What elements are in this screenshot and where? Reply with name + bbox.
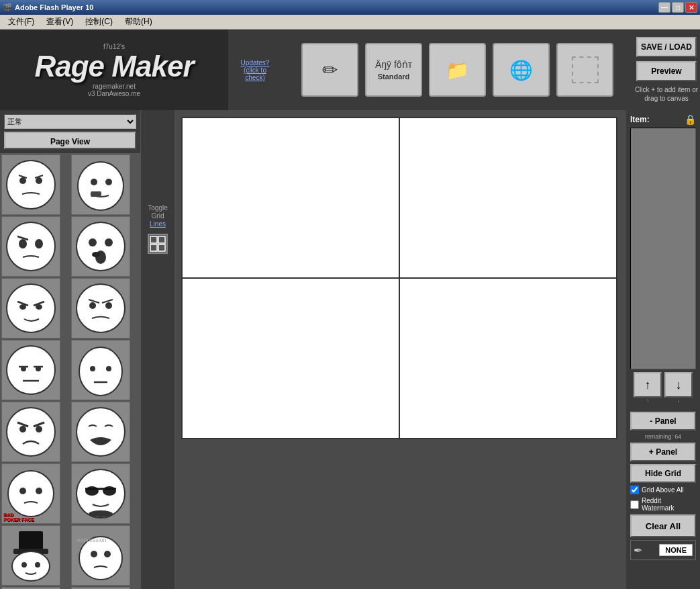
save-load-button[interactable]: SAVE / LOAD [636, 37, 697, 57]
text-icon: Äŋÿ fôṅт [375, 59, 412, 70]
svg-rect-69 [150, 236, 157, 243]
updates-section: Updates? (click to check) [228, 30, 282, 110]
title-bar-right: — □ ✕ [658, 2, 697, 13]
reddit-watermark-row: Reddit Watermark [630, 497, 696, 512]
svg-rect-8 [91, 191, 101, 197]
sprite-cell-14[interactable]: expression [71, 525, 130, 586]
comic-panel-4[interactable] [399, 278, 617, 439]
plus-panel-button[interactable]: + Panel [630, 443, 696, 461]
menu-file[interactable]: 文件(F) [3, 15, 40, 29]
menu-help[interactable]: 帮助(H) [119, 15, 158, 29]
sprite-cell-12[interactable] [71, 463, 130, 524]
title-bar-left: 🎬 Adobe Flash Player 10 [3, 3, 93, 12]
sprite-cell-4[interactable] [71, 216, 130, 277]
menu-view[interactable]: 查看(V) [41, 15, 79, 29]
svg-point-1 [19, 177, 26, 184]
item-label: Item: [630, 115, 650, 124]
selection-tool-button[interactable] [556, 43, 613, 97]
svg-point-48 [85, 486, 99, 496]
logo-title: Rage Maker [34, 52, 193, 81]
sprite-cell-9[interactable] [1, 402, 60, 462]
none-button[interactable]: NONE [659, 544, 693, 556]
globe-tool-button[interactable]: 🌐 [493, 43, 550, 97]
grid-icon-svg [150, 236, 166, 252]
hide-grid-button[interactable]: Hide Grid [630, 464, 696, 483]
face-svg-7 [4, 343, 58, 397]
pencil-icon: ✏ [322, 59, 338, 81]
logo-maker: Maker [111, 50, 193, 83]
folder-tool-button[interactable]: 📁 [429, 43, 486, 97]
comic-panel-2[interactable] [399, 118, 617, 278]
toggle-grid-panel[interactable]: ToggleGrid Lines [141, 110, 174, 589]
updates-link[interactable]: Updates? (click to check) [241, 59, 270, 81]
svg-point-38 [7, 408, 55, 456]
left-sidebar: 正常 Page View [0, 110, 141, 589]
hint-text: Click + to add item or drag to canvas [633, 85, 700, 103]
selection-icon [572, 56, 599, 83]
mode-select[interactable]: 正常 [4, 114, 136, 129]
svg-point-43 [77, 408, 125, 456]
svg-rect-70 [158, 236, 165, 243]
svg-point-35 [90, 366, 95, 371]
minimize-button[interactable]: — [658, 2, 670, 13]
sprite-cell-11[interactable]: BADPOKER FACE [1, 463, 60, 524]
sprite-cell-7[interactable] [1, 340, 60, 400]
svg-point-6 [91, 179, 97, 185]
title-bar: 🎬 Adobe Flash Player 10 — □ ✕ [0, 0, 700, 15]
svg-point-27 [105, 302, 112, 309]
sprite-cell-2[interactable] [71, 154, 130, 215]
svg-point-23 [77, 284, 125, 332]
svg-point-5 [78, 162, 123, 210]
toggle-lines-label: Lines [150, 220, 166, 228]
reddit-watermark-label: Reddit Watermark [642, 497, 674, 512]
grid-above-all-label: Grid Above All [642, 486, 684, 494]
move-up-button[interactable]: ↑ [634, 372, 662, 398]
grid-size-icon[interactable] [148, 234, 168, 254]
maximize-button[interactable]: □ [672, 2, 684, 13]
sprite-cell-10[interactable] [71, 402, 130, 462]
svg-point-0 [7, 161, 55, 209]
svg-point-54 [12, 551, 50, 581]
face-svg-10 [74, 405, 128, 459]
draw-tool-button[interactable]: ✏ [301, 43, 358, 97]
logo-section: f7u12's Rage Maker ragemaker.net v3 DanA… [0, 30, 228, 110]
clear-all-button[interactable]: Clear All [630, 514, 696, 537]
svg-point-11 [35, 239, 43, 248]
app-container: f7u12's Rage Maker ragemaker.net v3 DanA… [0, 30, 700, 589]
preview-button[interactable]: Preview [636, 61, 697, 81]
page-view-button[interactable]: Page View [4, 132, 136, 149]
sprite-cell-8[interactable] [71, 340, 130, 400]
sprite-cell-6[interactable] [71, 278, 130, 338]
svg-point-51 [89, 510, 113, 517]
eyedropper-icon[interactable]: ✒ [634, 544, 642, 557]
face-svg-12 [74, 467, 128, 520]
face-svg-3 [4, 220, 58, 273]
globe-icon: 🌐 [509, 59, 533, 81]
comic-panel-3[interactable] [182, 278, 399, 439]
minus-panel-button[interactable]: - Panel [630, 412, 696, 431]
face-bad-poker-label: BADPOKER FACE [3, 512, 34, 522]
sprite-cell-1[interactable] [1, 154, 60, 215]
svg-point-58 [91, 551, 97, 557]
menu-bar: 文件(F) 查看(V) 控制(C) 帮助(H) [0, 15, 700, 30]
sprite-cell-5[interactable] [1, 278, 60, 338]
close-button[interactable]: ✕ [685, 2, 697, 13]
logo-version: v3 DanAweso.me [88, 90, 140, 97]
sprite-cell-3[interactable] [1, 216, 60, 277]
lock-icon[interactable]: 🔒 [685, 114, 696, 125]
reddit-watermark-checkbox[interactable] [630, 500, 639, 509]
canvas-area[interactable] [174, 110, 626, 589]
face-svg-1 [4, 158, 58, 212]
svg-text:expression: expression [77, 537, 107, 543]
svg-point-10 [19, 239, 27, 248]
menu-control[interactable]: 控制(C) [80, 15, 118, 29]
toolbar-section: ✏ Äŋÿ fôṅт Standard 📁 🌐 [282, 30, 633, 110]
text-tool-button[interactable]: Äŋÿ fôṅт Standard [365, 43, 422, 97]
svg-point-36 [106, 366, 111, 371]
sprite-cell-13[interactable] [1, 525, 60, 586]
svg-rect-72 [158, 244, 165, 251]
move-down-button[interactable]: ↓ [664, 372, 693, 398]
grid-above-all-checkbox[interactable] [630, 486, 639, 494]
comic-panel-1[interactable] [182, 118, 399, 278]
svg-point-21 [19, 304, 26, 310]
